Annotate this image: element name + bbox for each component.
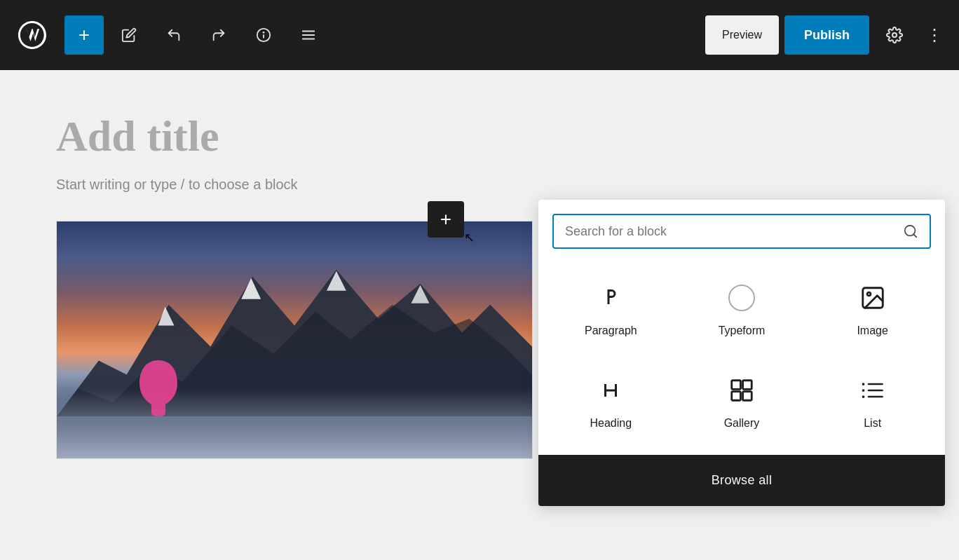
typeform-icon xyxy=(728,281,755,315)
search-box xyxy=(552,214,931,249)
more-options-button[interactable]: ⋮ xyxy=(920,15,948,55)
heading-label: Heading xyxy=(590,417,632,430)
search-icon xyxy=(903,224,918,239)
undo-icon xyxy=(166,27,182,43)
gear-icon xyxy=(886,27,903,43)
editor-image xyxy=(56,221,533,459)
block-inserter-panel: Paragraph Typeform Image xyxy=(538,200,945,506)
settings-button[interactable] xyxy=(875,15,914,55)
info-icon xyxy=(256,27,271,43)
list-icon xyxy=(860,374,885,407)
fog-layer xyxy=(57,388,532,458)
plus-icon: + xyxy=(79,25,90,45)
paragraph-icon xyxy=(598,281,623,315)
edit-button[interactable] xyxy=(109,15,149,55)
browse-all-button[interactable]: Browse all xyxy=(538,455,945,506)
list-view-button[interactable] xyxy=(289,15,328,55)
gallery-icon xyxy=(728,374,755,407)
preview-button[interactable]: Preview xyxy=(705,15,779,55)
svg-line-14 xyxy=(913,234,916,237)
body-placeholder: Start writing or type / to choose a bloc… xyxy=(56,177,903,193)
image-icon xyxy=(859,281,886,315)
block-item-image[interactable]: Image xyxy=(814,270,931,348)
image-label: Image xyxy=(857,325,887,337)
search-area xyxy=(538,200,945,249)
title-placeholder[interactable]: Add title xyxy=(56,112,903,160)
ellipsis-vertical-icon: ⋮ xyxy=(926,25,941,45)
wp-logo xyxy=(11,0,53,70)
publish-button[interactable]: Publish xyxy=(784,15,869,55)
block-grid: Paragraph Typeform Image xyxy=(538,249,945,455)
pencil-icon xyxy=(121,27,137,43)
svg-rect-18 xyxy=(743,381,752,390)
info-button[interactable] xyxy=(244,15,283,55)
plus-icon: + xyxy=(440,210,451,229)
search-input[interactable] xyxy=(565,224,895,239)
svg-rect-20 xyxy=(743,392,752,401)
editor-area: Add title Start writing or type / to cho… xyxy=(0,70,959,560)
redo-button[interactable] xyxy=(199,15,238,55)
block-item-gallery[interactable]: Gallery xyxy=(683,362,801,441)
toolbar: + Preview Publish xyxy=(0,0,959,70)
inline-block-inserter-button[interactable]: + xyxy=(428,201,464,238)
svg-point-6 xyxy=(892,33,897,37)
svg-rect-17 xyxy=(732,381,741,390)
redo-icon xyxy=(211,27,226,43)
add-block-button[interactable]: + xyxy=(64,15,104,55)
gallery-label: Gallery xyxy=(724,417,760,430)
head-silhouette xyxy=(134,357,183,420)
svg-rect-19 xyxy=(732,392,741,401)
heading-icon xyxy=(598,374,623,407)
svg-point-16 xyxy=(867,292,871,296)
list-view-icon xyxy=(301,27,316,43)
block-item-list[interactable]: List xyxy=(814,362,931,441)
block-item-heading[interactable]: Heading xyxy=(552,362,669,441)
typeform-label: Typeform xyxy=(719,325,766,337)
paragraph-label: Paragraph xyxy=(585,325,637,337)
list-label: List xyxy=(864,417,881,430)
undo-button[interactable] xyxy=(154,15,193,55)
mountain-background xyxy=(57,221,532,458)
search-button[interactable] xyxy=(903,224,918,239)
block-item-paragraph[interactable]: Paragraph xyxy=(552,270,669,348)
block-item-typeform[interactable]: Typeform xyxy=(683,270,801,348)
